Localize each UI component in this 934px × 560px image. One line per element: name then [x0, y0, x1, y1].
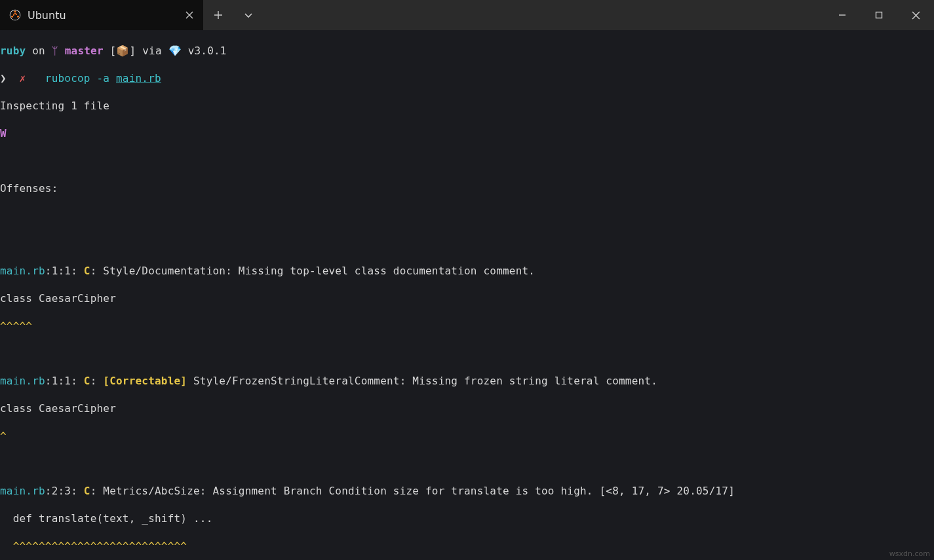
svg-point-4 — [17, 16, 19, 18]
offense-message: Style/FrozenStringLiteralComment: Missin… — [187, 375, 657, 387]
stash-icon: [📦] — [104, 45, 143, 57]
prompt-on: on — [26, 45, 51, 57]
gem-icon: 💎 — [168, 45, 188, 57]
ubuntu-icon — [9, 9, 21, 21]
watermark: wsxdn.com — [889, 550, 930, 558]
window-controls — [824, 0, 934, 30]
git-branch: master — [65, 45, 104, 57]
prompt-via: via — [142, 45, 168, 57]
offense-loc: :2:3: — [45, 485, 84, 497]
titlebar-spacer — [263, 0, 824, 30]
svg-point-2 — [14, 10, 16, 12]
new-tab-button[interactable] — [203, 0, 233, 30]
offense-file: main.rb — [0, 265, 45, 277]
offense-severity: C — [84, 375, 90, 387]
tab-dropdown-button[interactable] — [233, 0, 263, 30]
offense-file: main.rb — [0, 485, 45, 497]
ruby-version: v3.0.1 — [188, 45, 227, 57]
offense-line: main.rb:1:1: C: [Correctable] Style/Froz… — [0, 374, 934, 388]
svg-point-3 — [11, 16, 13, 18]
offense-loc: :1:1: — [45, 265, 84, 277]
output-status: W — [0, 126, 934, 140]
prompt-arrow-icon: ❯ — [0, 72, 7, 84]
tab-title: Ubuntu — [28, 9, 176, 22]
offense-tag: [Correctable] — [103, 375, 187, 387]
prompt-error-icon: ✗ — [20, 72, 26, 84]
offense-caret: ^ — [0, 429, 934, 443]
offense-caret: ^^^^^^^^^^^^^^^^^^^^^^^^^^^ — [0, 539, 934, 553]
titlebar: Ubuntu — [0, 0, 934, 30]
prompt-line-1: ruby on ᛘ master [📦] via 💎 v3.0.1 — [0, 44, 934, 58]
command-line: ❯ ✗ rubocop -a main.rb — [0, 71, 934, 85]
offense-code: def translate(text, _shift) ... — [0, 512, 934, 525]
output-inspecting: Inspecting 1 file — [0, 99, 934, 113]
offense-code: class CaesarCipher — [0, 291, 934, 305]
offense-caret: ^^^^^ — [0, 319, 934, 333]
terminal[interactable]: ruby on ᛘ master [📦] via 💎 v3.0.1 ❯ ✗ ru… — [0, 30, 934, 560]
svg-rect-5 — [876, 12, 882, 18]
offense-line: main.rb:1:1: C: Style/Documentation: Mis… — [0, 264, 934, 278]
prompt-dir: ruby — [0, 45, 26, 57]
offense-file: main.rb — [0, 375, 45, 387]
command: rubocop -a — [45, 72, 116, 84]
offenses-header: Offenses: — [0, 181, 934, 195]
offense-loc: :1:1: — [45, 375, 84, 387]
minimize-button[interactable] — [824, 0, 861, 30]
offense-code: class CaesarCipher — [0, 401, 934, 415]
offense-line: main.rb:2:3: C: Metrics/AbcSize: Assignm… — [0, 484, 934, 498]
offense-message: : Metrics/AbcSize: Assignment Branch Con… — [90, 485, 735, 497]
offense-severity: C — [84, 485, 90, 497]
tab-close-button[interactable] — [182, 8, 197, 22]
maximize-button[interactable] — [861, 0, 897, 30]
offense-message: : Style/Documentation: Missing top-level… — [90, 265, 535, 277]
git-branch-icon: ᛘ — [52, 45, 65, 57]
offense-severity: C — [84, 265, 90, 277]
close-button[interactable] — [897, 0, 934, 30]
tab-ubuntu[interactable]: Ubuntu — [0, 0, 203, 30]
command-file: main.rb — [116, 72, 161, 84]
